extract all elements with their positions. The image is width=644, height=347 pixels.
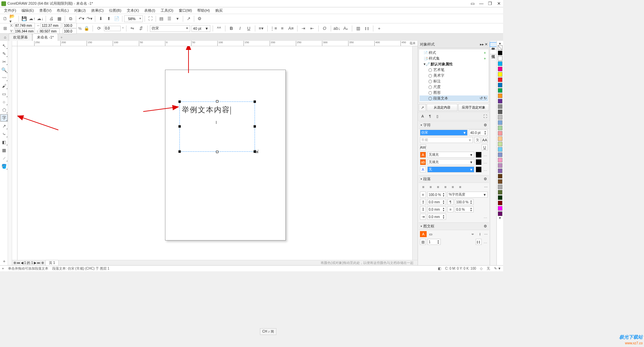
variable-font-icon[interactable]: ᴬᴬ — [215, 25, 223, 32]
zoom-input[interactable] — [125, 17, 139, 21]
menu-view[interactable]: 查看(V) — [37, 7, 54, 14]
docker-menu-icon[interactable]: ▸▸ — [480, 42, 484, 47]
eyedropper-icon[interactable]: ⟋ — [0, 154, 8, 162]
first-line-spin[interactable]: 100.0 %▲▼ — [455, 199, 474, 205]
edit-text-icon[interactable]: O — [321, 25, 328, 32]
panel-expand-icon[interactable]: ⛶ — [482, 113, 488, 119]
color-swatch[interactable] — [498, 61, 502, 66]
home-tab-icon[interactable]: ⌂ — [1, 35, 9, 39]
text-tool-icon[interactable]: 字 — [0, 114, 8, 122]
align-none-icon[interactable]: ≡ — [420, 184, 427, 190]
polygon-tool-icon[interactable]: ⬠ — [0, 106, 8, 114]
char-outline-combo[interactable]: 无▼ — [427, 166, 474, 172]
cols-spin[interactable]: 1▲▼ — [427, 239, 441, 245]
page-next-icon[interactable]: ▶ — [34, 261, 37, 265]
rotation-input[interactable] — [104, 26, 121, 31]
import-icon[interactable]: ⬇ — [97, 15, 104, 22]
menu-help[interactable]: 帮助(H) — [195, 7, 212, 14]
line-spacing-mode-combo[interactable]: %字符高度▼ — [447, 192, 488, 198]
pick-tool-icon[interactable]: ↖ — [0, 42, 8, 49]
menu-bitmap[interactable]: 位图(B) — [106, 7, 124, 14]
menu-tools[interactable]: 工具(O) — [158, 7, 176, 14]
page-add2-icon[interactable]: ⊕ — [41, 261, 44, 265]
color-swatch[interactable] — [498, 115, 502, 120]
char-bg-combo[interactable]: 无填充▼ — [427, 159, 474, 165]
bullet-list-icon[interactable]: ⋮≡ — [270, 25, 277, 32]
menu-effects[interactable]: 效果(C) — [89, 7, 106, 14]
quick-customize-icon[interactable]: ＋ — [0, 258, 8, 265]
color-swatch[interactable] — [498, 179, 502, 184]
color-swatch[interactable] — [498, 195, 502, 200]
color-swatch[interactable] — [498, 147, 502, 152]
obj-h-input[interactable] — [39, 28, 60, 34]
ruler-corner[interactable] — [12, 41, 17, 46]
maximize-icon[interactable]: ❐ — [487, 1, 493, 6]
zoom-combo[interactable]: ▼ — [124, 15, 143, 22]
text-dir-h-icon[interactable]: ab↓ — [333, 25, 341, 32]
palette-down-icon[interactable]: ▼ — [498, 216, 501, 220]
outline-more-icon[interactable]: … — [483, 167, 488, 171]
page-prev-icon[interactable]: ◀ — [21, 261, 23, 265]
color-swatch[interactable] — [498, 83, 502, 87]
font-size-combo[interactable]: 40 pt▼ — [192, 25, 210, 32]
para-tab-icon[interactable]: ¶ — [427, 113, 433, 119]
frame-tab-icon[interactable]: ▯ — [434, 113, 441, 119]
para-more-icon[interactable]: … — [483, 215, 488, 219]
frame-more-icon[interactable]: … — [484, 231, 488, 237]
open-icon[interactable]: 📂▾ — [9, 15, 17, 22]
frame-vert-center-icon[interactable]: ⫲ — [477, 231, 483, 237]
color-swatch[interactable] — [498, 126, 502, 130]
horizontal-ruler[interactable]: 毫米 2502001501005005010015020025030035040… — [17, 41, 418, 46]
from-selected-button[interactable]: 从选定内容 — [427, 104, 458, 111]
page-add-icon[interactable]: ⊕ — [13, 261, 16, 265]
mirror-h-icon[interactable]: ⇋ — [129, 25, 136, 32]
bg-type-icon[interactable]: ab — [420, 159, 426, 165]
parallel-dim-icon[interactable]: ↗ — [0, 122, 8, 130]
crop-tool-icon[interactable]: ✂ — [0, 58, 8, 65]
cloud-down-icon[interactable]: ☁↓ — [37, 15, 44, 22]
fill-more-icon[interactable]: … — [483, 153, 488, 157]
tab-add-icon[interactable]: ＋ — [58, 35, 64, 40]
minimize-icon[interactable]: — — [478, 1, 484, 6]
numbered-list-icon[interactable]: ≡ — [279, 25, 286, 32]
redo-icon[interactable]: ↷▾ — [86, 15, 93, 22]
apply-to-selected-button[interactable]: 应用于选定对象 — [458, 104, 489, 111]
menu-text[interactable]: 文本(X) — [124, 7, 142, 14]
menu-edit[interactable]: 编辑(E) — [19, 7, 37, 14]
fullscreen-icon[interactable]: ⛶ — [147, 15, 154, 22]
transparency-icon[interactable]: ▦ — [0, 146, 8, 154]
style-tree[interactable]: 📄样式＋ 📑样式集＋ ▾🧷默认对象属性 ◯艺术笔 ◯美术字 ◯标注 ◯尺度 ◯图… — [419, 49, 489, 102]
freehand-tool-icon[interactable]: 〰 — [0, 74, 8, 81]
char-style-combo[interactable]: 常规▼ — [420, 137, 473, 143]
char-section-header[interactable]: ▾字符⚙ — [419, 121, 489, 129]
toggle-ui-icon[interactable]: ▭ — [470, 1, 476, 6]
text-resize-handle-icon[interactable]: ⇲ — [255, 149, 259, 154]
scale-x-input[interactable] — [63, 23, 77, 28]
color-swatch[interactable] — [498, 142, 502, 146]
obj-w-input[interactable] — [41, 23, 61, 28]
color-swatch[interactable] — [498, 51, 502, 55]
page-1-tab[interactable]: 页 1 — [45, 260, 59, 266]
color-swatch[interactable] — [498, 99, 502, 103]
no-color-swatch[interactable] — [498, 45, 502, 50]
outline-swatch-icon[interactable] — [476, 166, 482, 172]
fill-type-icon[interactable]: A — [420, 152, 426, 158]
menu-window[interactable]: 窗口(W) — [176, 7, 195, 14]
text-frame-options-icon[interactable]: ⫿⫿ — [363, 25, 371, 32]
fill-swatch-icon[interactable] — [476, 152, 482, 158]
before-spin[interactable]: 0.0 mm▲▼ — [427, 199, 446, 205]
menu-file[interactable]: 文件(F) — [1, 7, 19, 14]
undo-icon[interactable]: ↶▾ — [78, 15, 85, 22]
shape-tool-icon[interactable]: ✎ — [0, 50, 8, 57]
text-align-icon[interactable]: ≡▾ — [258, 25, 265, 32]
color-swatch[interactable] — [498, 190, 502, 195]
export-icon[interactable]: ⬆ — [105, 15, 112, 22]
after-spin[interactable]: 0.0 mm▲▼ — [427, 206, 446, 212]
col-gutter-icon[interactable]: ⫿⫿ — [476, 239, 482, 245]
docker-tab-object-styles[interactable]: 对象样式 — [490, 42, 497, 47]
color-swatch[interactable] — [498, 104, 502, 109]
menu-table[interactable]: 表格(I) — [142, 7, 158, 14]
color-swatch[interactable] — [498, 72, 502, 77]
color-swatch[interactable] — [498, 211, 502, 216]
pen-indicator-icon[interactable]: ✎ ▼ — [494, 267, 501, 270]
